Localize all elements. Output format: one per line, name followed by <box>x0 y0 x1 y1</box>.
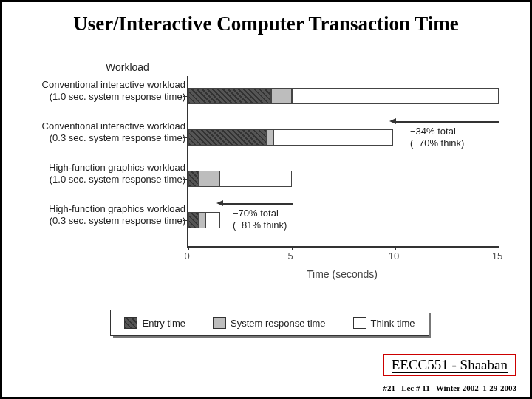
bar-2-think <box>219 171 292 187</box>
category-label-3: High-function graphics workload(0.3 sec.… <box>16 203 185 228</box>
legend-label-think: Think time <box>371 318 415 329</box>
legend-label-system: System response time <box>231 318 326 329</box>
arrow-1-head <box>389 118 396 124</box>
page-title: User/Interactive Computer Transaction Ti… <box>2 13 530 35</box>
x-tick-0: 0 <box>184 250 189 262</box>
bar-3-system <box>199 212 205 228</box>
slide-frame: User/Interactive Computer Transaction Ti… <box>0 0 532 399</box>
legend-label-entry: Entry time <box>142 318 185 329</box>
author-text: EECC551 - Shaaban <box>392 357 508 373</box>
arrow-2-line <box>223 203 293 205</box>
legend-swatch-think <box>353 317 366 329</box>
x-axis-title: Time (seconds) <box>187 268 497 280</box>
bar-0-think <box>292 88 499 104</box>
legend-swatch-entry <box>124 317 137 329</box>
bar-1-entry <box>188 129 267 146</box>
annotation-1: −34% total (−70% think) <box>410 126 464 150</box>
y-axis-title: Workload <box>106 61 149 73</box>
bar-0-system <box>271 88 292 104</box>
category-label-0: Conventional interactive workload(1.0 se… <box>16 79 185 103</box>
arrow-2-head <box>216 200 223 206</box>
x-tick-10: 10 <box>389 250 399 262</box>
category-label-2: High-function graphics workload(1.0 sec.… <box>16 162 185 186</box>
legend-item-system: System response time <box>213 317 326 329</box>
x-tick-15: 15 <box>492 250 502 262</box>
slide-footer: #21 Lec # 11 Winter 2002 1-29-2003 <box>383 383 516 392</box>
author-box: EECC551 - Shaaban <box>383 354 516 376</box>
category-label-1: Conventional interactive workload(0.3 se… <box>16 120 185 145</box>
bar-3-think <box>205 212 220 228</box>
legend-swatch-system <box>213 317 226 329</box>
bar-3-entry <box>188 212 199 228</box>
x-tick-5: 5 <box>287 250 293 262</box>
bar-0-entry <box>188 88 271 104</box>
bar-2-entry <box>188 171 199 187</box>
bar-1-think <box>273 129 393 146</box>
bar-1-system <box>267 129 273 146</box>
legend: Entry time System response time Think ti… <box>110 310 429 336</box>
bar-2-system <box>199 171 219 187</box>
plot-area: −34% total (−70% think) −70% total (−81%… <box>187 76 499 248</box>
arrow-1-line <box>396 121 499 123</box>
legend-item-entry: Entry time <box>124 317 185 329</box>
chart-figure: Workload Conventional interactive worklo… <box>32 61 505 305</box>
annotation-2: −70% total (−81% think) <box>233 208 287 232</box>
legend-item-think: Think time <box>353 317 415 329</box>
